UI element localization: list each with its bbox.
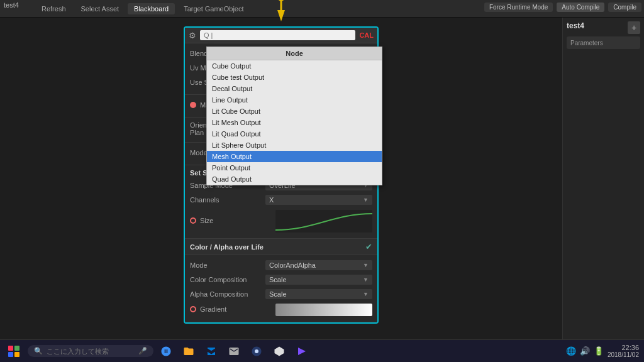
taskbar-search-input[interactable]	[47, 348, 135, 355]
taskbar-file-btn[interactable]	[179, 341, 199, 361]
start-button[interactable]	[3, 341, 25, 361]
search-icon: 🔍	[34, 347, 43, 355]
panel-header: ⚙ CAL	[185, 28, 377, 43]
win-green-square	[14, 346, 19, 351]
compile-btn[interactable]: Compile	[608, 3, 641, 12]
sidebar-title: test4	[567, 21, 584, 30]
win-blue-square	[8, 352, 13, 357]
local-label: CAL	[359, 31, 374, 39]
color-composition-value-text: Scale	[269, 276, 287, 283]
channels-label: Channels	[190, 196, 265, 204]
add-button[interactable]: +	[628, 21, 640, 34]
color-alpha-fields: Mode ColorAndAlpha ▼ Color Composition S…	[185, 255, 377, 322]
gradient-label: Gradient	[200, 305, 275, 313]
tab-blackboard[interactable]: Blackboard	[128, 3, 175, 14]
dropdown-header: Node	[207, 47, 382, 60]
clock-time: 22:36	[608, 344, 639, 351]
size-row: Size	[190, 208, 372, 233]
sidebar-node-item[interactable]: Parameters	[567, 36, 640, 49]
main-texture-radio[interactable]	[190, 102, 196, 108]
taskbar-chrome-btn[interactable]	[247, 341, 267, 361]
size-radio[interactable]	[190, 217, 196, 224]
ca-mode-row: Mode ColorAndAlpha ▼	[190, 259, 372, 272]
network-icon[interactable]: 🌐	[566, 346, 576, 356]
gradient-bar[interactable]	[275, 304, 372, 316]
search-input[interactable]	[200, 30, 355, 40]
color-alpha-header: Color / Alpha over Life ✔	[185, 239, 377, 255]
dropdown-item-10[interactable]: Quad Output	[207, 173, 382, 185]
color-alpha-checkmark[interactable]: ✔	[365, 242, 372, 251]
taskbar-vs-btn[interactable]	[292, 341, 312, 361]
settings-icon[interactable]: ⚙	[189, 31, 196, 40]
channels-arrow: ▼	[363, 197, 369, 203]
particle-panel: ⚙ CAL Node Cube OutputCube test OutputDe…	[184, 26, 379, 324]
color-composition-value[interactable]: Scale ▼	[265, 275, 372, 285]
taskbar-edge-btn[interactable]	[156, 341, 176, 361]
size-graph[interactable]	[275, 210, 372, 233]
svg-marker-1	[275, 346, 284, 356]
taskbar-unity-btn[interactable]	[269, 341, 289, 361]
taskbar-search-bar[interactable]: 🔍 🎤	[28, 345, 153, 357]
svg-marker-2	[298, 348, 306, 355]
win-red-square	[8, 346, 13, 351]
gradient-row: Gradient	[190, 302, 372, 316]
color-composition-row: Color Composition Scale ▼	[190, 273, 372, 286]
battery-icon[interactable]: 🔋	[594, 346, 604, 356]
right-sidebar: test4 + Parameters	[562, 18, 644, 339]
alpha-composition-value-text: Scale	[269, 290, 287, 298]
top-right-buttons: Force Runtime Mode Auto Compile Compile	[484, 3, 641, 12]
channels-value-text: X	[269, 196, 274, 204]
color-alpha-title: Color / Alpha over Life	[190, 243, 264, 251]
dropdown-items: Cube OutputCube test OutputDecal OutputL…	[207, 60, 382, 185]
taskbar-store-btn[interactable]	[201, 341, 221, 361]
dropdown-item-5[interactable]: Lit Mesh Output	[207, 117, 382, 128]
ca-mode-arrow: ▼	[363, 262, 369, 268]
alpha-composition-row: Alpha Composition Scale ▼	[190, 288, 372, 300]
dropdown-item-9[interactable]: Point Output	[207, 162, 382, 173]
dropdown-item-1[interactable]: Cube test Output	[207, 72, 382, 83]
dropdown-item-8[interactable]: Mesh Output	[207, 151, 382, 162]
taskbar-email-btn[interactable]	[224, 341, 244, 361]
top-bar: test4 Refresh Select Asset Blackboard Ta…	[0, 0, 644, 18]
tab-target-gameobject[interactable]: Target GameObject	[177, 3, 250, 14]
channels-value[interactable]: X ▼	[265, 195, 372, 205]
clock[interactable]: 22:36 2018/11/02	[608, 344, 639, 358]
size-canvas	[275, 210, 372, 233]
ca-mode-value[interactable]: ColorAndAlpha ▼	[265, 260, 372, 270]
windows-icon	[8, 346, 19, 357]
auto-compile-btn[interactable]: Auto Compile	[557, 3, 604, 12]
dropdown-item-6[interactable]: Lit Quad Output	[207, 128, 382, 140]
channels-row: Channels X ▼	[190, 194, 372, 206]
alpha-composition-label: Alpha Composition	[190, 290, 265, 298]
color-alpha-section: Color / Alpha over Life ✔ Mode ColorAndA…	[185, 239, 377, 322]
dropdown-item-4[interactable]: Lit Cube Output	[207, 106, 382, 117]
ca-mode-label: Mode	[190, 261, 265, 269]
alpha-composition-arrow: ▼	[363, 291, 369, 297]
window-title: test4	[4, 1, 19, 9]
color-composition-label: Color Composition	[190, 276, 265, 283]
dropdown-item-2[interactable]: Decal Output	[207, 83, 382, 94]
tab-refresh[interactable]: Refresh	[35, 3, 72, 14]
force-runtime-btn[interactable]: Force Runtime Mode	[484, 3, 553, 12]
dropdown-item-0[interactable]: Cube Output	[207, 60, 382, 72]
tab-select-asset[interactable]: Select Asset	[75, 3, 126, 14]
taskbar: 🔍 🎤 🌐 🔊 🔋 22:36 2018/11/02	[0, 339, 644, 362]
yellow-arrow	[277, 10, 285, 21]
ca-mode-value-text: ColorAndAlpha	[269, 261, 316, 269]
main-content: ⚙ CAL Node Cube OutputCube test OutputDe…	[0, 18, 644, 339]
clock-date: 2018/11/02	[608, 351, 639, 358]
sidebar-node-label: Parameters	[570, 40, 603, 47]
color-composition-arrow: ▼	[363, 277, 369, 283]
taskbar-right: 🌐 🔊 🔋 22:36 2018/11/02	[566, 344, 641, 358]
node-editor[interactable]: ⚙ CAL Node Cube OutputCube test OutputDe…	[0, 18, 562, 339]
dropdown-overlay: Node Cube OutputCube test OutputDecal Ou…	[206, 47, 382, 185]
win-yellow-square	[14, 352, 19, 357]
size-label: Size	[200, 217, 275, 224]
alpha-composition-value[interactable]: Scale ▼	[265, 289, 372, 299]
speaker-icon[interactable]: 🔊	[580, 346, 590, 356]
mic-icon[interactable]: 🎤	[138, 347, 147, 355]
gradient-radio[interactable]	[190, 306, 196, 312]
dropdown-item-7[interactable]: Lit Sphere Output	[207, 140, 382, 151]
dropdown-item-3[interactable]: Line Output	[207, 94, 382, 106]
